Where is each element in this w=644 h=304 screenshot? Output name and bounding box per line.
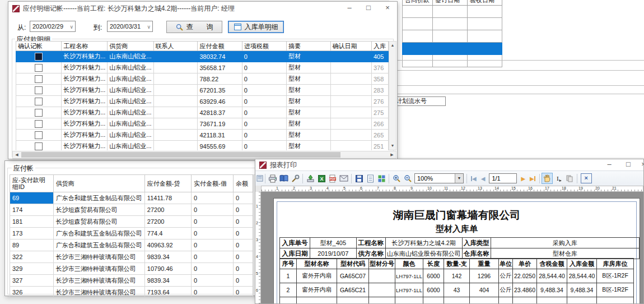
id-cell[interactable]: 329: [10, 263, 54, 275]
titlebar[interactable]: 应付明细记帐------当前工程: 长沙万科魅力之城4.2期------当前用户…: [8, 2, 397, 15]
payable-detail-row[interactable]: 长沙万科魅力...山东南山铝业...63929.460型材276: [16, 96, 389, 107]
column-header[interactable]: 进项税额: [242, 42, 286, 51]
page-setup-icon[interactable]: [290, 173, 301, 184]
column-header[interactable]: 余额: [233, 175, 253, 192]
zoom-out-icon[interactable]: [402, 173, 413, 184]
zoom-level-select[interactable]: 100% ▼: [414, 173, 464, 183]
print-icon[interactable]: [267, 173, 278, 184]
confirm-checkbox[interactable]: [35, 109, 43, 117]
payable-detail-row[interactable]: 长沙万科魅力...山东南山铝业...38032.740型材405: [16, 51, 389, 62]
id-cell[interactable]: 322: [10, 251, 54, 263]
id-cell[interactable]: 327: [10, 275, 54, 287]
id-cell[interactable]: 181: [10, 216, 54, 228]
scrollbar-thumb[interactable]: [21, 152, 340, 158]
zoom-in-icon[interactable]: [391, 173, 402, 184]
scroll-left-icon[interactable]: ◀: [13, 151, 21, 158]
confirm-checkbox[interactable]: [35, 142, 43, 150]
confirm-checkbox[interactable]: [35, 98, 43, 105]
scroll-down-icon[interactable]: ▼: [389, 142, 396, 150]
entry-detail-button[interactable]: 入库单明细: [228, 21, 284, 33]
column-header[interactable]: 供货商: [53, 175, 144, 192]
confirm-checkbox[interactable]: [35, 53, 43, 61]
payable-account-row[interactable]: 329长沙市三湘特种玻璃有限公司10790.4600: [10, 263, 253, 275]
close-preview-icon[interactable]: ×: [581, 173, 592, 183]
column-header[interactable]: 确认记帐: [16, 42, 62, 51]
payable-account-table[interactable]: 应-实付款明细ID供货商应付金额-贷实付金额-借余额 69广东合和建筑五金制品有…: [10, 174, 253, 296]
column-header[interactable]: 确认日期: [330, 42, 371, 51]
contract-row[interactable]: [403, 43, 502, 55]
preview-icon[interactable]: [256, 173, 263, 184]
contract-row[interactable]: [403, 30, 502, 43]
maximize-button[interactable]: □: [619, 159, 638, 171]
column-header[interactable]: 应-实付款明细ID: [10, 175, 54, 192]
preview-workspace[interactable]: 湖南巨晟门窗幕墙有限公司 型材入库单 入库单号型材_405工程名称长沙万科魅力之…: [261, 192, 643, 303]
payable-detail-row[interactable]: 长沙万科魅力...山东南山铝业...42118.310型材265: [16, 130, 389, 141]
column-header[interactable]: 应付金额: [198, 42, 242, 51]
payable-detail-table[interactable]: 确认记帐工程名称供货商联系人应付金额进项税额摘要确认日期入库 长沙万科魅力...…: [16, 41, 389, 150]
save-icon[interactable]: [353, 173, 365, 184]
id-cell[interactable]: 89: [10, 239, 54, 251]
column-header[interactable]: 实付金额-借: [192, 175, 234, 192]
page-indicator-field[interactable]: 1/1: [489, 173, 517, 183]
export-mail-icon[interactable]: [338, 173, 349, 184]
column-header[interactable]: 应付金额-贷: [144, 175, 191, 192]
column-header[interactable]: 供货商: [108, 42, 153, 51]
confirm-checkbox[interactable]: [35, 64, 43, 72]
column-header[interactable]: 入库: [371, 42, 388, 51]
contract-table[interactable]: 合同价款签订日期验收日期: [402, 0, 502, 67]
export-image-icon[interactable]: [305, 173, 316, 184]
payable-account-row[interactable]: 326长沙市三湘特种玻璃有限公司7193.6400: [10, 287, 253, 297]
payable-account-row[interactable]: 69广东合和建筑五金制品有限公司11411.7800: [10, 192, 253, 204]
column-header[interactable]: 联系人: [153, 42, 198, 51]
next-page-button[interactable]: ▶: [519, 176, 528, 182]
payable-account-row[interactable]: 322长沙市三湘特种玻璃有限公司9839.3400: [10, 251, 253, 263]
payable-account-row[interactable]: 174长沙坦森贸易有限公司2720000: [10, 204, 253, 216]
id-cell[interactable]: 326: [10, 287, 54, 297]
minimize-button[interactable]: –: [600, 159, 619, 171]
confirm-checkbox[interactable]: [35, 120, 43, 128]
query-button[interactable]: 查 询: [166, 21, 222, 33]
export-excel-icon[interactable]: X: [316, 173, 327, 184]
column-header[interactable]: 工程名称: [62, 42, 108, 51]
close-button[interactable]: ×: [638, 159, 643, 171]
horizontal-scrollbar[interactable]: ◀ ▶: [12, 151, 396, 159]
payable-detail-row[interactable]: 长沙万科魅力...山东南山铝业...94555.690型材251: [16, 141, 389, 151]
payable-account-row[interactable]: 89广东合和建筑五金制品有限公司40963.9200: [10, 239, 253, 251]
book-icon[interactable]: [278, 173, 290, 184]
id-cell[interactable]: 173: [10, 228, 54, 239]
first-page-button[interactable]: ◀: [469, 176, 479, 182]
payable-detail-row[interactable]: 长沙万科魅力...山东南山铝业...67201.350型材283: [16, 85, 389, 96]
contract-row[interactable]: [403, 55, 502, 67]
payable-detail-row[interactable]: 长沙万科魅力...山东南山铝业...42818.370型材275: [16, 107, 389, 118]
from-date-select[interactable]: 2020/02/29∨: [30, 21, 76, 32]
close-button[interactable]: ×: [378, 2, 397, 15]
confirm-checkbox[interactable]: [35, 75, 43, 83]
payable-account-row[interactable]: 173广东合和建筑五金制品有限公司774.400: [10, 228, 253, 239]
contract-row[interactable]: [403, 18, 502, 30]
titlebar[interactable]: 报表打印 – □ ×: [255, 159, 643, 171]
text-select-tool-icon[interactable]: I: [553, 173, 564, 184]
maximize-button[interactable]: □: [359, 2, 378, 15]
contract-row[interactable]: [403, 6, 502, 18]
payable-account-row[interactable]: 327长沙市三湘特种玻璃有限公司9839.3400: [10, 275, 253, 287]
confirm-checkbox[interactable]: [35, 131, 43, 139]
column-header[interactable]: 摘要: [286, 42, 330, 51]
confirm-checkbox[interactable]: [35, 86, 43, 94]
last-page-button[interactable]: ▶: [528, 176, 538, 182]
export-data-icon[interactable]: [376, 173, 387, 184]
export-pdf-icon[interactable]: PDF: [327, 173, 338, 184]
hand-tool-icon[interactable]: [542, 173, 553, 184]
vertical-scrollbar[interactable]: ▲ ▼: [389, 41, 396, 150]
previous-page-button[interactable]: ◀: [479, 176, 488, 182]
copy-page-icon[interactable]: [564, 173, 575, 184]
payable-detail-row[interactable]: 长沙万科魅力...山东南山铝业...73671.190型材266: [16, 118, 389, 130]
scroll-right-icon[interactable]: ▶: [388, 151, 396, 158]
payable-detail-row[interactable]: 长沙万科魅力...山东南山铝业...35658.170型材376: [16, 62, 389, 73]
scroll-up-icon[interactable]: ▲: [389, 42, 396, 49]
id-cell[interactable]: 69: [10, 192, 54, 204]
id-cell[interactable]: 174: [10, 204, 54, 216]
payable-account-row[interactable]: 181长沙坦森贸易有限公司2720000: [10, 216, 253, 228]
payable-detail-row[interactable]: 长沙万科魅力...山东南山铝业...788.220型材358: [16, 73, 389, 85]
plan-serial-field[interactable]: 计划流水号: [394, 96, 446, 106]
document-icon[interactable]: [365, 173, 376, 184]
